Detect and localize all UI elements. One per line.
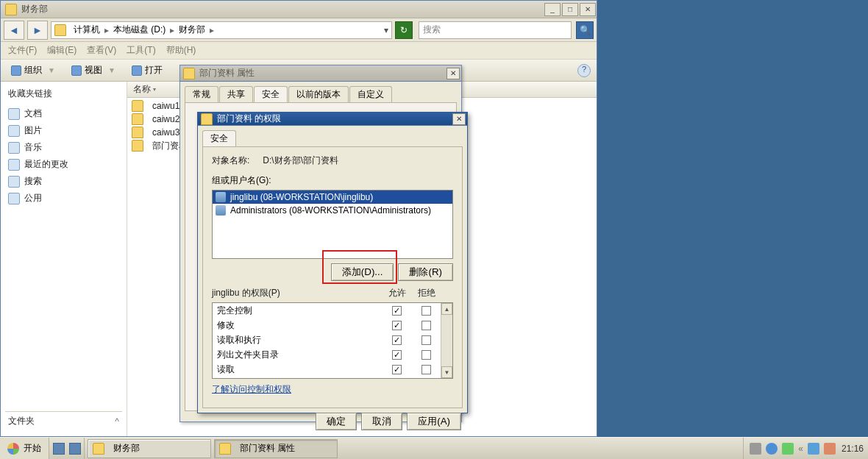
add-button[interactable]: 添加(D)... xyxy=(331,263,394,281)
allow-checkbox[interactable] xyxy=(392,335,402,345)
refresh-button[interactable]: ↻ xyxy=(395,21,413,39)
scroll-up-button[interactable]: ▲ xyxy=(441,303,452,315)
tray-icon[interactable] xyxy=(766,443,778,455)
folder-icon xyxy=(5,4,17,15)
allow-checkbox[interactable] xyxy=(392,350,402,360)
deny-checkbox[interactable] xyxy=(421,321,431,330)
deny-checkbox[interactable] xyxy=(421,335,431,345)
remove-button[interactable]: 删除(R) xyxy=(398,263,453,281)
learn-more-link[interactable]: 了解访问控制和权限 xyxy=(212,379,453,400)
deny-checkbox[interactable] xyxy=(421,365,431,374)
tray-icon[interactable] xyxy=(808,443,819,455)
menu-help[interactable]: 帮助(H) xyxy=(166,44,196,57)
tab-share[interactable]: 共享 xyxy=(219,86,253,102)
object-name-value: D:\财务部\部门资料 xyxy=(263,154,338,167)
nav-back-button[interactable]: ◄ xyxy=(4,21,24,40)
close-button[interactable]: ✕ xyxy=(447,68,460,79)
col-allow: 允许 xyxy=(383,287,412,299)
breadcrumb[interactable]: 计算机▸ 本地磁盘 (D:)▸ 财务部▸ ▾ xyxy=(51,21,392,39)
tab-general[interactable]: 常规 xyxy=(185,86,218,102)
breadcrumb-part[interactable]: 财务部 xyxy=(179,24,205,36)
allow-checkbox[interactable] xyxy=(392,321,402,330)
maximize-button[interactable]: □ xyxy=(562,3,578,16)
sidebar-item-music[interactable]: 音乐 xyxy=(5,140,122,155)
sidebar: 收藏夹链接 文档 图片 音乐 最近的更改 搜索 公用 文件夹^ xyxy=(1,82,127,436)
menu-file[interactable]: 文件(F) xyxy=(8,44,37,57)
close-button[interactable]: ✕ xyxy=(452,113,466,125)
permission-row: 完全控制 xyxy=(213,303,441,318)
allow-checkbox[interactable] xyxy=(392,365,402,374)
quick-launch-icon[interactable] xyxy=(69,443,81,455)
quick-launch xyxy=(49,438,85,460)
tab-security[interactable]: 安全 xyxy=(202,130,236,146)
permission-label: 列出文件夹目录 xyxy=(217,349,382,361)
folder-icon xyxy=(54,24,66,36)
menu-edit[interactable]: 编辑(E) xyxy=(47,44,77,57)
permission-label: 读取 xyxy=(217,363,382,376)
minimize-button[interactable]: _ xyxy=(544,3,561,16)
system-tray: « 21:16 xyxy=(743,438,868,460)
sidebar-item-documents[interactable]: 文档 xyxy=(5,106,122,121)
menu-view[interactable]: 查看(V) xyxy=(87,44,116,57)
start-button[interactable]: 开始 xyxy=(0,438,49,460)
close-button[interactable]: ✕ xyxy=(580,3,596,16)
organize-icon xyxy=(11,65,21,76)
tab-custom[interactable]: 自定义 xyxy=(349,86,392,102)
task-button[interactable]: 财务部 xyxy=(88,439,211,458)
toolbar-open[interactable]: 打开 xyxy=(127,63,167,78)
scroll-down-button[interactable]: ▼ xyxy=(441,366,452,378)
search-button[interactable]: 🔍 xyxy=(576,21,594,39)
deny-checkbox[interactable] xyxy=(421,350,431,360)
folder-icon xyxy=(132,140,143,152)
window-titlebar[interactable]: 财务部 _ □ ✕ xyxy=(1,1,597,18)
allow-checkbox[interactable] xyxy=(392,306,402,316)
permission-label: 完全控制 xyxy=(217,305,382,317)
show-desktop-icon[interactable] xyxy=(53,443,65,455)
sidebar-item-search[interactable]: 搜索 xyxy=(5,174,122,189)
toolbar-organize[interactable]: 组织▼ xyxy=(7,63,63,78)
search-input[interactable]: 搜索 xyxy=(419,21,572,39)
users-list[interactable]: jinglibu (08-WORKSTATION\jinglibu) Admin… xyxy=(212,190,453,259)
apply-button[interactable]: 应用(A) xyxy=(407,413,461,430)
permission-label: 修改 xyxy=(217,319,382,332)
tray-icon[interactable] xyxy=(782,443,794,455)
menu-tools[interactable]: 工具(T) xyxy=(127,44,155,57)
cancel-button[interactable]: 取消 xyxy=(361,413,402,430)
chevron-down-icon[interactable]: ▾ xyxy=(384,25,388,35)
ok-button[interactable]: 确定 xyxy=(316,413,357,430)
tray-icon[interactable] xyxy=(750,443,761,455)
group-label: 组或用户名(G): xyxy=(212,174,453,187)
dialog-titlebar[interactable]: 部门资料 的权限 ✕ xyxy=(198,113,467,126)
tab-previous[interactable]: 以前的版本 xyxy=(288,86,349,102)
sidebar-footer[interactable]: 文件夹^ xyxy=(5,411,122,430)
breadcrumb-part[interactable]: 计算机 xyxy=(74,24,100,36)
tray-expand-icon[interactable]: « xyxy=(798,444,803,454)
deny-checkbox[interactable] xyxy=(421,306,431,316)
user-item[interactable]: jinglibu (08-WORKSTATION\jinglibu) xyxy=(213,191,452,204)
nav-bar: ◄ ► 计算机▸ 本地磁盘 (D:)▸ 财务部▸ ▾ ↻ 搜索 🔍 xyxy=(1,18,597,42)
nav-fwd-button[interactable]: ► xyxy=(27,21,48,40)
tray-icon[interactable] xyxy=(824,443,836,455)
task-button[interactable]: 部门资料 属性 xyxy=(214,439,338,458)
user-group-icon xyxy=(216,192,226,202)
dialog-title: 部门资料 的权限 xyxy=(217,113,281,125)
picture-icon xyxy=(8,125,20,137)
breadcrumb-part[interactable]: 本地磁盘 (D:) xyxy=(113,24,166,36)
scrollbar[interactable]: ▲ ▼ xyxy=(441,303,452,378)
sidebar-item-public[interactable]: 公用 xyxy=(5,191,122,206)
clock[interactable]: 21:16 xyxy=(842,444,864,454)
music-icon xyxy=(8,142,20,154)
permissions-dialog: 部门资料 的权限 ✕ 安全 对象名称: D:\财务部\部门资料 组或用户名(G)… xyxy=(197,112,468,413)
sidebar-item-pictures[interactable]: 图片 xyxy=(5,123,122,138)
sidebar-item-recent[interactable]: 最近的更改 xyxy=(5,157,122,172)
tab-row: 常规 共享 安全 以前的版本 自定义 xyxy=(180,82,461,102)
tab-security[interactable]: 安全 xyxy=(254,86,288,102)
search-icon: 🔍 xyxy=(580,25,591,35)
chevron-up-icon: ^ xyxy=(115,416,119,427)
folder-icon xyxy=(132,100,143,112)
dialog-titlebar[interactable]: 部门资料 属性 ✕ xyxy=(180,65,461,82)
security-pane: 对象名称: D:\财务部\部门资料 组或用户名(G): jinglibu (08… xyxy=(202,146,463,408)
toolbar-help-button[interactable]: ? xyxy=(577,64,591,77)
user-item[interactable]: Administrators (08-WORKSTATION\Administr… xyxy=(213,204,452,217)
toolbar-views[interactable]: 视图▼ xyxy=(67,63,123,78)
